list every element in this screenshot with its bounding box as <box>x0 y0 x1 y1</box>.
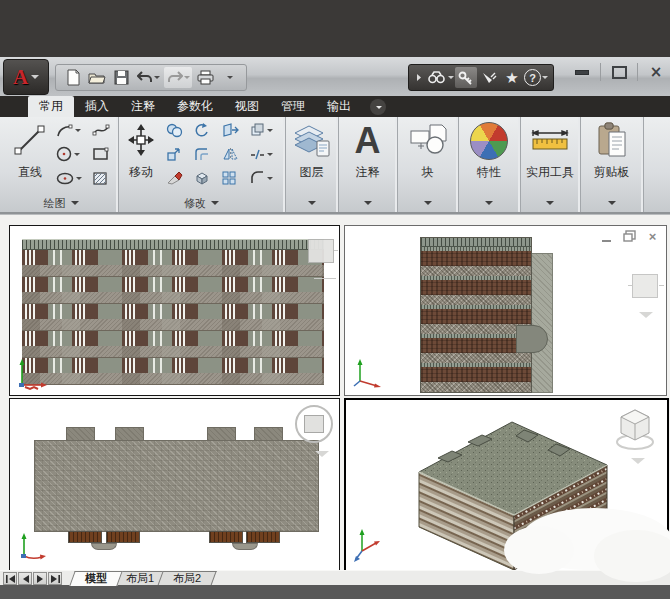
viewcube-compass[interactable] <box>295 405 333 443</box>
properties-expand[interactable] <box>458 194 520 212</box>
front-elevation-graphic <box>22 239 324 387</box>
block-label[interactable]: 块 <box>397 164 458 181</box>
mirror-icon[interactable] <box>222 144 239 164</box>
color-wheel-icon[interactable] <box>458 118 520 164</box>
open-folder-icon[interactable] <box>86 67 108 88</box>
panel-expand-icon <box>71 201 79 205</box>
entrance-step <box>91 543 117 550</box>
tab-parametric[interactable]: 参数化 <box>166 96 224 117</box>
tab-manage[interactable]: 管理 <box>270 96 316 117</box>
print-icon[interactable] <box>194 67 216 88</box>
floor-row <box>22 250 324 277</box>
annotation-expand[interactable] <box>338 194 397 212</box>
viewcube-icon[interactable] <box>632 274 658 298</box>
ribbon-collapse-icon[interactable] <box>370 99 386 115</box>
application-menu-button[interactable]: A <box>3 59 49 95</box>
copy-icon[interactable] <box>166 120 183 140</box>
new-file-icon[interactable] <box>62 67 84 88</box>
desktop-band <box>0 0 670 57</box>
offset-icon[interactable] <box>194 144 210 164</box>
tab-model[interactable]: 模型 <box>69 571 122 586</box>
side-elevation-graphic <box>420 237 553 393</box>
favorites-star-icon[interactable]: ★ <box>501 67 523 88</box>
clipboard-label[interactable]: 剪贴板 <box>580 164 643 181</box>
utilities-label[interactable]: 实用工具 <box>520 164 580 181</box>
explode-icon[interactable] <box>194 168 210 188</box>
move-icon <box>125 119 157 161</box>
hatch-icon[interactable] <box>92 168 110 188</box>
close-button[interactable]: × <box>642 62 670 82</box>
last-tab-icon[interactable] <box>48 572 62 585</box>
block-icon[interactable] <box>397 118 458 164</box>
properties-label[interactable]: 特性 <box>458 164 520 181</box>
rotate-icon[interactable] <box>194 120 210 140</box>
array-icon[interactable] <box>222 168 239 188</box>
move-button[interactable]: 移动 <box>120 119 162 193</box>
arc-icon[interactable] <box>56 120 82 140</box>
qat-customize-icon[interactable] <box>218 67 240 88</box>
tab-output[interactable]: 输出 <box>316 96 362 117</box>
layers-icon[interactable] <box>285 118 338 164</box>
doc-restore-icon[interactable] <box>622 230 637 242</box>
viewport-plan-view[interactable] <box>9 398 340 571</box>
clipboard-expand[interactable] <box>580 194 643 212</box>
undo-dropdown-caret[interactable] <box>154 76 160 79</box>
scale-flyout-icon[interactable] <box>250 120 273 140</box>
prev-tab-icon[interactable] <box>18 572 32 585</box>
ucs-icon <box>351 355 383 389</box>
line-button[interactable]: 直线 <box>7 119 53 193</box>
help-icon[interactable]: ? <box>524 69 541 86</box>
save-icon[interactable] <box>110 67 132 88</box>
tab-layout2[interactable]: 布局2 <box>157 571 217 586</box>
measure-icon[interactable] <box>520 118 580 164</box>
entrance-porch <box>246 531 280 543</box>
ellipse-icon[interactable] <box>56 168 82 188</box>
search-dropdown-caret[interactable] <box>448 76 454 79</box>
break-icon[interactable] <box>250 144 273 164</box>
tab-insert[interactable]: 插入 <box>74 96 120 117</box>
layers-expand[interactable] <box>285 194 338 212</box>
navbar-collapse-hint <box>639 312 653 318</box>
stretch-icon[interactable] <box>222 120 239 140</box>
doc-minimize-icon[interactable] <box>599 230 614 242</box>
viewport-side-elevation[interactable]: × <box>344 225 667 396</box>
block-expand[interactable] <box>397 194 458 212</box>
modify-panel-label[interactable]: 修改 <box>118 194 285 212</box>
tab-home[interactable]: 常用 <box>28 96 74 117</box>
search-binoculars-icon[interactable] <box>425 67 447 88</box>
viewcube-tick <box>334 250 338 251</box>
redo-dropdown-caret[interactable] <box>184 76 190 79</box>
communication-satellite-icon[interactable] <box>478 67 500 88</box>
viewcube-3d-icon[interactable] <box>613 406 657 452</box>
infocenter-toolbar: ★ ? <box>408 64 554 91</box>
tab-view[interactable]: 视图 <box>224 96 270 117</box>
next-tab-icon[interactable] <box>33 572 47 585</box>
rectangle-icon[interactable] <box>92 144 110 164</box>
redo-icon[interactable] <box>164 67 192 88</box>
sheet-nav <box>3 572 62 585</box>
spline-icon[interactable] <box>92 120 110 140</box>
minimize-button[interactable] <box>568 62 596 82</box>
doc-close-icon[interactable]: × <box>645 230 660 242</box>
subscription-key-icon[interactable] <box>455 67 477 88</box>
tab-annotate[interactable]: 注释 <box>120 96 166 117</box>
expand-arrow-icon[interactable] <box>414 67 424 88</box>
utilities-expand[interactable] <box>520 194 580 212</box>
viewcube-icon[interactable] <box>308 239 334 263</box>
text-a-icon[interactable]: A <box>338 118 397 164</box>
annotation-label[interactable]: 注释 <box>338 164 397 181</box>
undo-icon[interactable] <box>134 67 162 88</box>
scale-icon[interactable] <box>166 144 183 164</box>
first-tab-icon[interactable] <box>3 572 17 585</box>
autocad-logo-icon: A <box>13 67 28 88</box>
viewport-front-elevation[interactable] <box>9 225 340 396</box>
fillet-icon[interactable] <box>250 168 273 188</box>
draw-panel-label[interactable]: 绘图 <box>4 194 118 212</box>
clipboard-icon[interactable] <box>580 118 643 164</box>
help-dropdown-caret[interactable] <box>542 76 548 79</box>
restore-button[interactable] <box>605 62 633 82</box>
circle-icon[interactable] <box>56 144 82 164</box>
erase-icon[interactable] <box>166 168 183 188</box>
layers-label[interactable]: 图层 <box>285 164 338 181</box>
side-wall <box>531 253 553 393</box>
